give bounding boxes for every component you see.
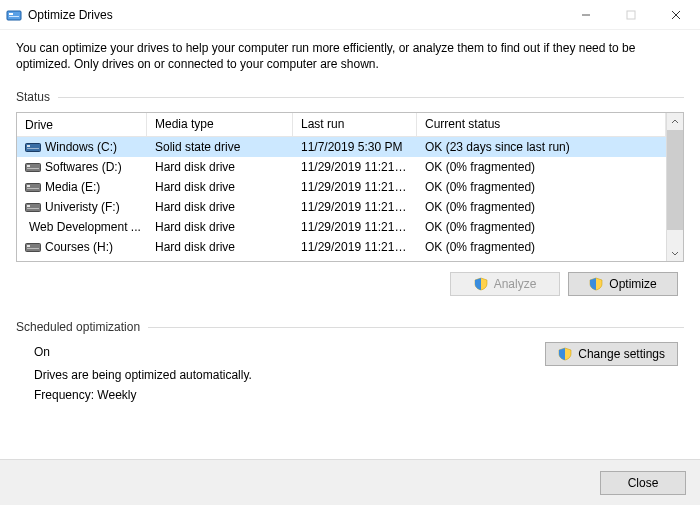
cell-last: 11/7/2019 5:30 PM bbox=[293, 138, 417, 156]
cell-status: OK (0% fragmented) bbox=[417, 178, 666, 196]
cell-drive: Software Develop... bbox=[17, 258, 147, 261]
window-minimize-button[interactable] bbox=[563, 0, 608, 30]
change-settings-label: Change settings bbox=[578, 347, 665, 361]
shield-icon bbox=[589, 277, 603, 291]
col-header-media[interactable]: Media type bbox=[147, 113, 293, 136]
cell-status: OK (0% fragmented) bbox=[417, 158, 666, 176]
cell-status: OK (0% fragmented) bbox=[417, 238, 666, 256]
status-group-label: Status bbox=[16, 90, 684, 104]
cell-media: Solid state drive bbox=[147, 138, 293, 156]
cell-last: 11/29/2019 11:21 A... bbox=[293, 258, 417, 261]
drive-name: Media (E:) bbox=[45, 180, 100, 194]
optimize-button[interactable]: Optimize bbox=[568, 272, 678, 296]
svg-rect-1 bbox=[9, 13, 13, 15]
window-maximize-button bbox=[608, 0, 653, 30]
table-row[interactable]: Univeristy (F:)Hard disk drive11/29/2019… bbox=[17, 197, 666, 217]
drive-name: Softwares (D:) bbox=[45, 160, 122, 174]
analyze-label: Analyze bbox=[494, 277, 537, 291]
divider bbox=[148, 327, 684, 328]
intro-text: You can optimize your drives to help you… bbox=[16, 40, 684, 72]
cell-last: 11/29/2019 11:21 A... bbox=[293, 198, 417, 216]
svg-rect-14 bbox=[27, 185, 30, 187]
close-label: Close bbox=[628, 476, 659, 490]
status-label: Status bbox=[16, 90, 50, 104]
cell-drive: Web Development ... bbox=[17, 218, 147, 236]
shield-icon bbox=[558, 347, 572, 361]
table-row[interactable]: Courses (H:)Hard disk drive11/29/2019 11… bbox=[17, 237, 666, 257]
cell-drive: Softwares (D:) bbox=[17, 158, 147, 176]
cell-status: OK (23 days since last run) bbox=[417, 138, 666, 156]
table-row[interactable]: Softwares (D:)Hard disk drive11/29/2019 … bbox=[17, 157, 666, 177]
divider bbox=[58, 97, 684, 98]
drive-name: Windows (C:) bbox=[45, 140, 117, 154]
col-header-drive[interactable]: Drive bbox=[17, 113, 147, 136]
cell-drive: Courses (H:) bbox=[17, 238, 147, 256]
cell-status: OK (0% fragmented) bbox=[417, 198, 666, 216]
svg-rect-23 bbox=[27, 245, 30, 247]
list-header[interactable]: Drive Media type Last run Current status bbox=[17, 113, 666, 137]
svg-rect-4 bbox=[627, 11, 635, 19]
change-settings-button[interactable]: Change settings bbox=[545, 342, 678, 366]
cell-last: 11/29/2019 11:21 A... bbox=[293, 178, 417, 196]
scroll-up-icon[interactable] bbox=[667, 113, 683, 130]
scheduled-freq: Frequency: Weekly bbox=[34, 385, 545, 405]
drive-name: Univeristy (F:) bbox=[45, 200, 120, 214]
window-title: Optimize Drives bbox=[28, 8, 113, 22]
drive-name: Web Development ... bbox=[29, 220, 141, 234]
table-row[interactable]: Media (E:)Hard disk drive11/29/2019 11:2… bbox=[17, 177, 666, 197]
drive-name: Software Develop... bbox=[34, 260, 139, 261]
svg-rect-7 bbox=[26, 144, 41, 152]
svg-rect-12 bbox=[27, 168, 39, 169]
cell-last: 11/29/2019 11:21 A... bbox=[293, 238, 417, 256]
cell-media: Hard disk drive bbox=[147, 218, 293, 236]
cell-status: OK (0% fragmented) bbox=[417, 258, 666, 261]
table-row[interactable]: Web Development ...Hard disk drive11/29/… bbox=[17, 217, 666, 237]
svg-rect-11 bbox=[27, 165, 30, 167]
cell-drive: Media (E:) bbox=[17, 178, 147, 196]
shield-icon bbox=[474, 277, 488, 291]
col-header-status[interactable]: Current status bbox=[417, 113, 666, 136]
cell-status: OK (0% fragmented) bbox=[417, 218, 666, 236]
close-button[interactable]: Close bbox=[600, 471, 686, 495]
cell-media: Hard disk drive bbox=[147, 158, 293, 176]
analyze-button: Analyze bbox=[450, 272, 560, 296]
scrollbar[interactable] bbox=[666, 113, 683, 261]
svg-rect-8 bbox=[27, 145, 30, 147]
titlebar: Optimize Drives bbox=[0, 0, 700, 30]
svg-rect-18 bbox=[27, 208, 39, 209]
svg-rect-17 bbox=[27, 205, 30, 207]
drive-list[interactable]: Drive Media type Last run Current status… bbox=[16, 112, 684, 262]
svg-rect-15 bbox=[27, 188, 39, 189]
cell-drive: Univeristy (F:) bbox=[17, 198, 147, 216]
cell-last: 11/29/2019 11:21 A... bbox=[293, 158, 417, 176]
cell-media: Hard disk drive bbox=[147, 198, 293, 216]
svg-rect-2 bbox=[9, 16, 19, 17]
svg-rect-16 bbox=[26, 204, 41, 212]
cell-last: 11/29/2019 11:21 A... bbox=[293, 218, 417, 236]
scroll-thumb[interactable] bbox=[667, 130, 683, 230]
svg-rect-0 bbox=[7, 11, 21, 20]
window-close-button[interactable] bbox=[653, 0, 698, 30]
col-header-last[interactable]: Last run bbox=[293, 113, 417, 136]
cell-media: Hard disk drive bbox=[147, 238, 293, 256]
svg-rect-10 bbox=[26, 164, 41, 172]
cell-media: Hard disk drive bbox=[147, 178, 293, 196]
app-icon bbox=[6, 7, 22, 23]
scheduled-state: On bbox=[34, 342, 545, 362]
svg-rect-24 bbox=[27, 248, 39, 249]
bottom-bar: Close bbox=[0, 459, 700, 505]
svg-rect-13 bbox=[26, 184, 41, 192]
scheduled-desc: Drives are being optimized automatically… bbox=[34, 365, 545, 385]
table-row[interactable]: Software Develop...Hard disk drive11/29/… bbox=[17, 257, 666, 261]
svg-rect-22 bbox=[26, 244, 41, 252]
cell-drive: Windows (C:) bbox=[17, 138, 147, 156]
svg-rect-9 bbox=[27, 148, 39, 149]
cell-media: Hard disk drive bbox=[147, 258, 293, 261]
scheduled-group-label: Scheduled optimization bbox=[16, 320, 684, 334]
optimize-label: Optimize bbox=[609, 277, 656, 291]
drive-name: Courses (H:) bbox=[45, 240, 113, 254]
scroll-down-icon[interactable] bbox=[667, 244, 683, 261]
table-row[interactable]: Windows (C:)Solid state drive11/7/2019 5… bbox=[17, 137, 666, 157]
scheduled-label: Scheduled optimization bbox=[16, 320, 140, 334]
